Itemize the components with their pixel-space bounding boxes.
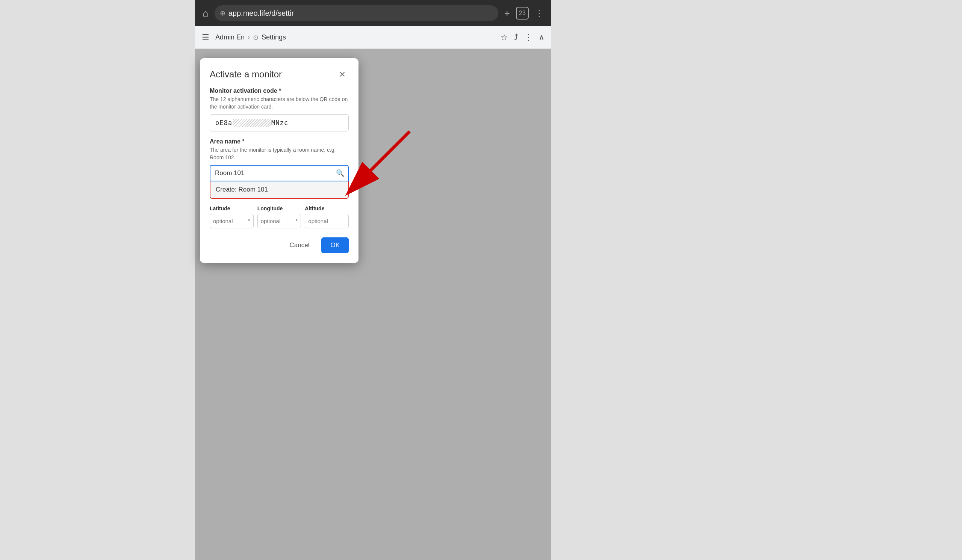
activation-code-end: MNzc [271,119,288,127]
cancel-button[interactable]: Cancel [282,237,317,253]
longitude-label: Longitude [257,206,301,211]
browser-toolbar: ⌂ ⊕ app.meo.life/d/settir + 23 ⋮ [195,0,551,26]
activation-code-start: oE8a [215,119,232,127]
modal-close-button[interactable]: × [336,68,349,81]
more-options-icon[interactable]: ⋮ [524,33,533,42]
lock-icon: ⊕ [220,9,226,17]
ok-button[interactable]: OK [321,237,349,253]
area-name-input-wrapper: 🔍 [210,165,349,182]
area-name-label: Area name * [210,138,349,145]
altitude-input[interactable] [305,214,349,228]
breadcrumb-settings-icon: ⊙ [253,34,258,42]
browser-nav-bar: ☰ Admin En › ⊙ Settings ☆ ⤴ ⋮ ∧ [195,26,551,49]
breadcrumb-home: Admin En [215,34,245,41]
activation-code-hint: The 12 alphanumeric characters are below… [210,96,349,110]
longitude-input-wrapper: ° [257,214,301,229]
left-background [0,0,195,560]
tabs-count-badge[interactable]: 23 [516,7,529,19]
right-background [551,0,962,560]
modal-dialog: Activate a monitor × Monitor activation … [200,58,358,263]
modal-footer: Cancel OK [200,236,358,263]
coordinates-row: Latitude ° Longitude ° Altitude [210,206,349,229]
latitude-suffix: ° [248,218,253,224]
altitude-label: Altitude [305,206,349,211]
area-name-hint: The area for the monitor is typically a … [210,146,349,161]
latitude-input-wrapper: ° [210,214,253,229]
altitude-input-wrapper [305,214,349,229]
latitude-input[interactable] [210,214,248,228]
modal-body: Monitor activation code * The 12 alphanu… [200,87,358,229]
breadcrumb: Admin En › ⊙ Settings [215,34,494,42]
area-name-input[interactable] [210,165,349,182]
address-bar[interactable]: ⊕ app.meo.life/d/settir [215,5,498,21]
browser-home-icon[interactable]: ⌂ [203,8,208,19]
latitude-group: Latitude ° [210,206,253,229]
area-name-group: Area name * The area for the monitor is … [210,138,349,199]
area-dropdown: Create: Room 101 [210,182,349,199]
longitude-input[interactable] [258,214,296,228]
modal-header: Activate a monitor × [200,58,358,87]
browser-menu-icon[interactable]: ⋮ [535,8,544,18]
breadcrumb-current: Settings [261,34,286,41]
area-search-icon: 🔍 [336,169,344,177]
longitude-suffix: ° [295,218,301,224]
longitude-group: Longitude ° [257,206,301,229]
activation-code-redacted [233,119,271,127]
expand-icon[interactable]: ∧ [539,33,544,42]
new-tab-icon[interactable]: + [504,8,510,19]
latitude-label: Latitude [210,206,253,211]
activation-code-label: Monitor activation code * [210,87,349,94]
altitude-group: Altitude [305,206,349,229]
address-text: app.meo.life/d/settir [228,9,294,18]
suggestion-item[interactable]: Create: Room 101 [210,182,348,198]
breadcrumb-separator: › [248,34,250,41]
hamburger-icon[interactable]: ☰ [202,33,209,42]
activation-code-input[interactable]: oE8a MNzc [210,114,349,132]
share-icon[interactable]: ⤴ [514,33,518,42]
activation-code-group: Monitor activation code * The 12 alphanu… [210,87,349,132]
bookmark-star-icon[interactable]: ☆ [500,33,508,42]
modal-title: Activate a monitor [210,69,282,80]
